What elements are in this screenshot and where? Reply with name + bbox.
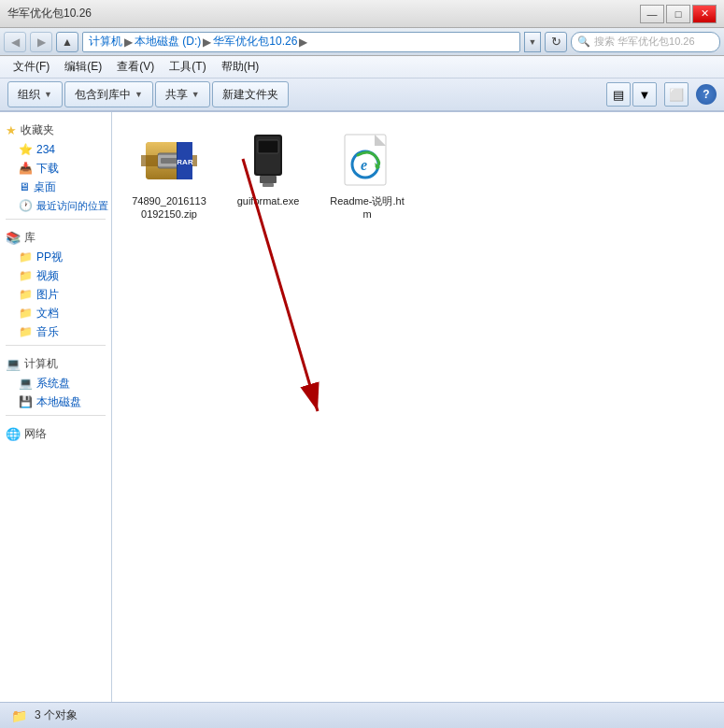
readme-icon-wrapper: e — [337, 131, 397, 191]
sidebar-item-pictures[interactable]: 📁 图片 — [0, 285, 111, 304]
file-readme[interactable]: e Readme-说明.htm — [325, 127, 409, 225]
status-folder-icon: 📁 — [11, 708, 27, 723]
svg-rect-13 — [260, 176, 277, 183]
winrar-icon: RAR — [141, 133, 197, 189]
up-button[interactable]: ▲ — [56, 32, 78, 52]
divider-1 — [6, 219, 106, 220]
sidebar-item-system[interactable]: 💻 系统盘 — [0, 374, 111, 393]
network-header: 🌐 网络 — [0, 423, 111, 444]
network-icon: 🌐 — [6, 427, 21, 441]
sidebar-item-download[interactable]: 📥 下载 — [0, 159, 111, 178]
menu-help[interactable]: 帮助(H) — [214, 56, 267, 78]
search-icon: 🔍 — [577, 36, 590, 48]
view-button-2[interactable]: ▼ — [632, 82, 657, 107]
system-icon: 💻 — [19, 377, 33, 390]
folder-icon-pictures: 📁 — [19, 288, 33, 301]
path-dropdown[interactable]: ▼ — [524, 32, 541, 52]
network-section: 🌐 网络 — [0, 423, 111, 444]
folder-icon-video: 📁 — [19, 269, 33, 282]
main-area: ★ 收藏夹 ⭐ 234 📥 下载 🖥 桌面 🕐 最近访问的位置 — [0, 112, 724, 702]
folder-icon-pp: 📁 — [19, 250, 33, 264]
address-path[interactable]: 计算机 ▶ 本地磁盘 (D:) ▶ 华军优化包10.26 ▶ — [82, 32, 520, 52]
window-controls: — □ ✕ — [640, 5, 717, 23]
share-arrow: ▼ — [192, 90, 200, 99]
menu-bar: 文件(F) 编辑(E) 查看(V) 工具(T) 帮助(H) — [0, 56, 724, 79]
sidebar-item-recent[interactable]: 🕐 最近访问的位置 — [0, 196, 111, 215]
file-area: RAR 74890_20161130192150.zip — [112, 112, 724, 702]
svg-rect-14 — [263, 183, 274, 187]
pane-button[interactable]: ⬜ — [664, 82, 689, 107]
folder-icon-music: 📁 — [19, 325, 33, 338]
organize-arrow: ▼ — [44, 90, 52, 99]
window-title: 华军优化包10.26 — [7, 6, 92, 21]
maximize-button[interactable]: □ — [666, 5, 690, 23]
svg-rect-12 — [258, 140, 278, 153]
forward-button[interactable]: ▶ — [30, 32, 52, 52]
view-button[interactable]: ▤ — [606, 82, 631, 107]
guiformat-icon-wrapper — [238, 131, 298, 191]
favorites-header: ★ 收藏夹 — [0, 120, 111, 140]
folder-icon-docs: 📁 — [19, 307, 33, 320]
favorites-section: ★ 收藏夹 ⭐ 234 📥 下载 🖥 桌面 🕐 最近访问的位置 — [0, 120, 111, 215]
sidebar-item-234[interactable]: ⭐ 234 — [0, 140, 111, 159]
menu-view[interactable]: 查看(V) — [109, 56, 162, 78]
search-box[interactable]: 🔍 搜索 华军优化包10.26 — [571, 32, 720, 52]
path-folder[interactable]: 华军优化包10.26 — [213, 34, 297, 50]
sidebar-item-video[interactable]: 📁 视频 — [0, 266, 111, 285]
computer-section: 💻 计算机 💻 系统盘 💾 本地磁盘 — [0, 353, 111, 411]
desktop-icon: 🖥 — [19, 180, 30, 193]
winrar-icon-wrapper: RAR — [139, 131, 199, 191]
library-header: 📚 库 — [0, 227, 111, 248]
library-section: 📚 库 📁 PP视 📁 视频 📁 图片 📁 文档 📁 音乐 — [0, 227, 111, 341]
path-drive[interactable]: 本地磁盘 (D:) — [135, 34, 201, 50]
close-button[interactable]: ✕ — [692, 5, 717, 23]
minimize-button[interactable]: — — [640, 5, 664, 23]
menu-tools[interactable]: 工具(T) — [162, 56, 213, 78]
svg-text:e: e — [361, 157, 367, 173]
recent-icon: 🕐 — [19, 199, 33, 212]
svg-text:RAR: RAR — [177, 158, 193, 166]
star-item-icon: ⭐ — [19, 143, 33, 156]
title-bar: 华军优化包10.26 — □ ✕ — [0, 0, 724, 28]
refresh-button[interactable]: ↻ — [545, 32, 567, 52]
readme-icon: e — [339, 133, 395, 189]
guiformat-icon — [245, 133, 291, 189]
menu-file[interactable]: 文件(F) — [6, 56, 57, 78]
file-grid: RAR 74890_20161130192150.zip — [127, 127, 709, 225]
star-icon: ★ — [6, 123, 17, 137]
file-winrar-zip[interactable]: RAR 74890_20161130192150.zip — [127, 127, 211, 225]
computer-icon: 💻 — [6, 357, 21, 371]
new-folder-button[interactable]: 新建文件夹 — [212, 81, 289, 107]
disk-icon: 💾 — [19, 395, 33, 408]
help-button[interactable]: ? — [696, 84, 717, 105]
file-winrar-label: 74890_20161130192150.zip — [131, 194, 207, 221]
status-count: 3 个对象 — [35, 707, 78, 723]
svg-rect-6 — [161, 158, 177, 164]
address-bar: ◀ ▶ ▲ 计算机 ▶ 本地磁盘 (D:) ▶ 华军优化包10.26 ▶ ▼ ↻… — [0, 28, 724, 56]
file-readme-label: Readme-说明.htm — [329, 194, 405, 221]
file-guiformat-label: guiformat.exe — [237, 194, 300, 207]
toolbar: 组织 ▼ 包含到库中 ▼ 共享 ▼ 新建文件夹 ▤ ▼ ⬜ ? — [0, 79, 724, 112]
status-bar: 📁 3 个对象 — [0, 702, 724, 728]
sidebar-item-desktop[interactable]: 🖥 桌面 — [0, 178, 111, 196]
search-placeholder: 搜索 华军优化包10.26 — [594, 35, 695, 49]
menu-edit[interactable]: 编辑(E) — [57, 56, 109, 78]
library-arrow: ▼ — [135, 90, 143, 99]
share-button[interactable]: 共享 ▼ — [155, 81, 210, 107]
computer-header: 💻 计算机 — [0, 353, 111, 374]
sidebar-item-music[interactable]: 📁 音乐 — [0, 322, 111, 341]
path-computer[interactable]: 计算机 — [89, 34, 122, 50]
sidebar-item-localdisk[interactable]: 💾 本地磁盘 — [0, 393, 111, 411]
library-icon: 📚 — [6, 231, 21, 245]
sidebar-item-docs[interactable]: 📁 文档 — [0, 304, 111, 322]
sidebar-item-pp[interactable]: 📁 PP视 — [0, 248, 111, 266]
back-button[interactable]: ◀ — [4, 32, 26, 52]
divider-2 — [6, 345, 106, 346]
divider-3 — [6, 415, 106, 416]
file-guiformat[interactable]: guiformat.exe — [226, 127, 310, 225]
organize-button[interactable]: 组织 ▼ — [7, 81, 63, 107]
library-button[interactable]: 包含到库中 ▼ — [64, 81, 153, 107]
sidebar: ★ 收藏夹 ⭐ 234 📥 下载 🖥 桌面 🕐 最近访问的位置 — [0, 112, 112, 702]
download-icon: 📥 — [19, 162, 33, 175]
